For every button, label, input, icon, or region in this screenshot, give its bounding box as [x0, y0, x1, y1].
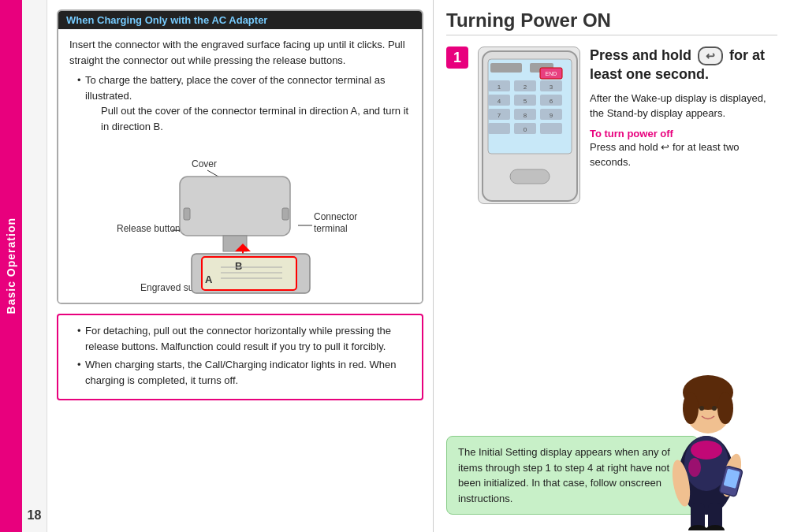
step-1-text: Press and hold ↩ for at least one second… [590, 47, 777, 204]
sidebar: Basic Operation [0, 0, 22, 532]
ac-adapter-content: Insert the connector with the engraved s… [58, 29, 422, 303]
step-1-number: 1 [446, 47, 468, 69]
svg-text:1: 1 [497, 84, 501, 91]
svg-rect-39 [540, 123, 562, 134]
character-svg [643, 365, 770, 530]
svg-text:0: 0 [524, 126, 527, 133]
svg-text:END: END [546, 71, 557, 76]
page-number-area: 18 [22, 0, 47, 532]
right-panel: Turning Power ON 1 1 [434, 0, 790, 532]
svg-point-61 [688, 458, 701, 477]
connector-terminal-label: Connector [314, 211, 357, 222]
key-icon-end-2: ↩ [661, 141, 669, 153]
diagram-svg: Cover Release buttons Connector terminal… [69, 137, 423, 303]
warning-bullets: For detaching, pull out the connector ho… [77, 323, 411, 388]
svg-text:4: 4 [497, 98, 501, 105]
phone-image: 1 2 3 4 5 6 7 8 9 [478, 47, 580, 204]
section-title: Turning Power ON [446, 9, 777, 35]
diagram-area: Cover Release buttons Connector terminal… [69, 137, 411, 295]
svg-text:7: 7 [497, 112, 501, 119]
ac-adapter-box: When Charging Only with the AC Adapter I… [57, 9, 423, 304]
to-turn-off-body: Press and hold ↩ for at least two second… [590, 141, 740, 169]
bullet-charge-sub: Pull out the cover of the connector term… [85, 103, 411, 134]
svg-text:2: 2 [524, 84, 527, 91]
svg-rect-17 [490, 63, 522, 73]
bullet-charge: To charge the battery, place the cover o… [77, 73, 411, 134]
warning-bullet-2: When charging starts, the Call/Charging … [77, 357, 411, 388]
warning-box: For detaching, pull out the connector ho… [57, 314, 423, 400]
svg-rect-43 [510, 169, 550, 184]
svg-text:5: 5 [524, 98, 527, 105]
ac-adapter-title: When Charging Only with the AC Adapter [58, 11, 422, 29]
warning-bullet-1: For detaching, pull out the connector ho… [77, 323, 411, 354]
sidebar-label: Basic Operation [5, 218, 17, 314]
svg-text:9: 9 [550, 112, 553, 119]
svg-rect-4 [180, 177, 290, 236]
to-turn-off-label: To turn power off [590, 128, 673, 140]
svg-point-46 [691, 441, 722, 459]
step-1-row: 1 1 2 3 [446, 47, 777, 204]
phone-svg: 1 2 3 4 5 6 7 8 9 [479, 47, 580, 204]
direction-a-label: A [205, 273, 213, 285]
svg-text:3: 3 [550, 84, 553, 91]
direction-b-label: B [235, 260, 242, 272]
info-bubble-text: The Initial Setting display appears when… [458, 446, 670, 504]
ac-adapter-intro: Insert the connector with the engraved s… [69, 37, 411, 68]
page-number: 18 [28, 508, 42, 523]
svg-rect-37 [488, 123, 510, 134]
svg-text:8: 8 [524, 112, 527, 119]
svg-rect-11 [202, 257, 296, 290]
step-heading-before: Press and hold [590, 47, 691, 63]
svg-text:terminal: terminal [314, 223, 348, 234]
to-turn-off-section: To turn power off Press and hold ↩ for a… [590, 128, 777, 170]
left-panel: When Charging Only with the AC Adapter I… [47, 0, 434, 532]
svg-rect-6 [184, 208, 190, 220]
character-illustration [643, 365, 770, 530]
step-body: After the Wake-up display is displayed, … [590, 91, 777, 121]
release-buttons-label: Release buttons [117, 223, 185, 234]
ac-adapter-bullets: To charge the battery, place the cover o… [77, 73, 411, 134]
cover-label: Cover [192, 158, 217, 169]
svg-point-51 [699, 406, 704, 411]
key-icon-end: ↩ [698, 47, 723, 65]
svg-point-52 [712, 406, 717, 411]
step-1-heading: Press and hold ↩ for at least one second… [590, 47, 777, 84]
main-content: When Charging Only with the AC Adapter I… [47, 0, 790, 532]
svg-text:6: 6 [550, 98, 553, 105]
svg-rect-7 [282, 208, 289, 220]
svg-point-49 [683, 392, 699, 424]
svg-point-50 [717, 392, 733, 424]
